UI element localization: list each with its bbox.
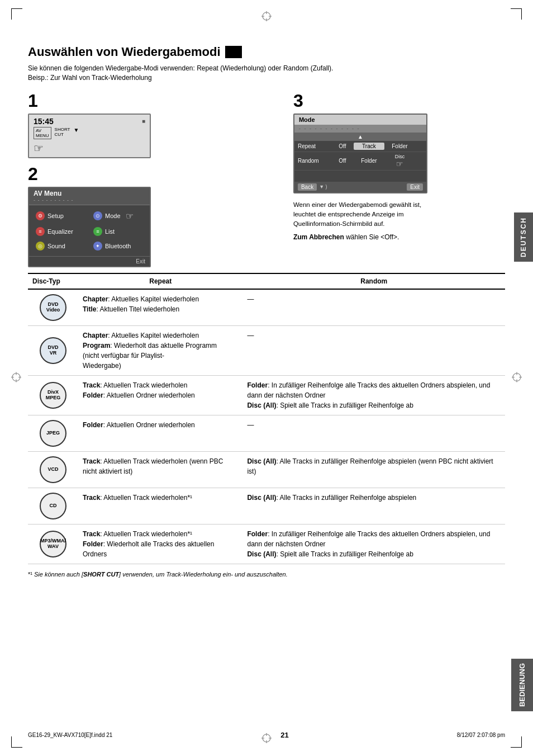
step3-repeat-row: Repeat Off Track Folder [294,141,426,152]
subtitle: Sie können die folgenden Wiedergabe-Modi… [28,64,505,83]
random-cell: Folder: In zufälliger Reihenfolge alle T… [242,375,505,415]
step3-container: 3 Mode - - - - - - - - - - - - ▲ Repeat … [293,91,505,193]
repeat-cell: Chapter: Aktuelles Kapitel wiederholenTi… [78,289,242,326]
random-off: Off [331,158,354,164]
bluetooth-icon: ✦ [93,242,102,251]
sound-label: Sound [47,243,65,249]
step3-screen: Mode - - - - - - - - - - - - ▲ Repeat Of… [293,114,427,193]
page-container: Auswählen von Wiedergabemodi Sie können … [0,0,533,756]
step2-exit-label: Exit [136,258,145,264]
page-number: 21 [280,731,288,739]
table-row: VCDTrack: Aktuellen Track wiederholen (w… [28,451,505,488]
step1-short-cut: SHORTCUT [55,127,70,139]
corner-mark-bl [11,736,22,748]
zum-abbrechen-suffix: wählen Sie <Off>. [346,233,399,241]
steps-left: 1 15:45 ■ AVMENU SHORTCUT ▼ ☞ [28,91,282,267]
table-header-row: Disc-Typ Repeat Random [28,273,505,289]
av-menu-sound[interactable]: ◎ Sound [32,239,89,253]
subtitle-line2: Beisp.: Zur Wahl von Track-Wiederholung [28,74,152,82]
av-menu-mode[interactable]: ⊙ Mode ☞ [90,209,146,224]
sound-icon: ◎ [36,242,45,251]
disc-cell: DivXMPEG [28,375,78,415]
step1-screen: 15:45 ■ AVMENU SHORTCUT ▼ ☞ [28,114,151,158]
av-menu-equalizer[interactable]: ≡ Equalizer [32,225,89,238]
page-title: Auswählen von Wiedergabemodi [28,45,221,59]
list-icon: ≡ [93,227,102,236]
list-label: List [105,228,115,235]
main-table: Disc-Typ Repeat Random DVDVideoChapter: … [28,273,505,564]
step3-dashes: - - - - - - - - - - - - [294,125,426,133]
back-button[interactable]: Back [298,183,317,191]
disc-cell: JPEG [28,415,78,451]
mode-icon: ⊙ [93,211,102,220]
step1-time: 15:45 [34,117,54,126]
repeat-cell: Track: Aktuellen Track wiederholen (wenn… [78,451,242,488]
col3-header: Random [242,273,505,289]
random-cell: — [242,415,505,451]
footer-left: GE16-29_KW-AVX710[E]f.indd 21 [28,732,112,738]
step1-container: 1 15:45 ■ AVMENU SHORTCUT ▼ ☞ [28,91,282,158]
hand-cursor-mode: ☞ [126,211,134,221]
table-row: JPEGFolder: Aktuellen Ordner wiederholen… [28,415,505,451]
step1-stop-icon: ■ [142,118,145,124]
corner-mark-tr [511,8,522,20]
exit-button[interactable]: Exit [407,183,423,191]
av-menu-setup[interactable]: ⚙ Setup [32,209,89,224]
repeat-cell: Chapter: Aktuelles Kapitel wiederholenPr… [78,325,242,375]
table-row: DVDVideoChapter: Aktuelles Kapitel wiede… [28,289,505,326]
step2-title-text: AV Menu [34,190,145,197]
corner-mark-br [511,736,522,748]
random-disc: Disc☞ [384,154,415,168]
step1-number: 1 [28,91,282,111]
step3-title: Mode [294,115,426,125]
repeat-cell: Track: Aktuellen Track wiederholen*¹Fold… [78,524,242,564]
table-row: DVDVRChapter: Aktuelles Kapitel wiederho… [28,325,505,375]
subtitle-line1: Sie können die folgenden Wiedergabe-Modi… [28,64,333,72]
av-menu-bluetooth[interactable]: ✦ Bluetooth [90,239,146,253]
random-folder: Folder [354,158,384,164]
step1-header: 15:45 ■ [34,117,145,126]
step1-av-label: AVMENU [34,127,51,139]
random-cell: Folder: In zufälliger Reihenfolge alle T… [242,524,505,564]
zum-abbrechen-text: Zum Abbrechen [293,233,344,241]
deutsch-label: DEUTSCH [520,217,527,257]
repeat-off: Off [331,143,354,149]
description-text: Wenn einer der Wiedergabemodi gewählt is… [293,201,421,228]
random-cell: — [242,325,505,375]
footer-right: 8/12/07 2:07:08 pm [457,732,505,738]
step2-number: 2 [28,164,282,185]
footnote-text: Sie können auch [SHORT CUT] verwenden, u… [34,571,288,578]
random-cell: — [242,289,505,326]
equalizer-icon: ≡ [36,227,45,236]
crosshair-bottom [260,732,273,746]
random-cell: Disc (All): Alle Tracks in zufälliger Re… [242,488,505,524]
zum-abbrechen-block: Zum Abbrechen wählen Sie <Off>. [293,233,505,241]
repeat-cell: Folder: Aktuellen Ordner wiederholen [78,415,242,451]
crosshair-top [260,10,273,24]
disc-cell: DVDVideo [28,289,78,326]
disc-cell: VCD [28,451,78,488]
crosshair-right [511,371,523,385]
back-arrow: ▼ ) [319,184,327,190]
step2-title: AV Menu - - - - - - - - - - [29,188,150,205]
repeat-cell: Track: Aktuellen Track wiederholen*¹ [78,488,242,524]
step2-exit[interactable]: Exit [29,256,150,266]
table-row: DivXMPEGTrack: Aktuellen Track wiederhol… [28,375,505,415]
step3-number: 3 [293,91,505,111]
steps-row: 1 15:45 ■ AVMENU SHORTCUT ▼ ☞ [28,91,505,267]
step1-cursor: ☞ [34,141,145,155]
disc-cell: CD [28,488,78,524]
disc-cell: DVDVR [28,325,78,375]
description-block: Wenn einer der Wiedergabemodi gewählt is… [293,200,427,229]
equalizer-label: Equalizer [47,228,73,235]
corner-mark-tl [11,8,22,20]
footnote-star: *¹ [28,571,34,578]
deutsch-tab: DEUTSCH [514,212,533,262]
table-row: MP3/WMA/WAVTrack: Aktuellen Track wieder… [28,524,505,564]
bedienung-tab: BEDIENUNG [511,659,533,711]
setup-icon: ⚙ [36,211,45,220]
step3-back-row: Back ▼ ) Exit [294,182,426,192]
step3-back-group: Back ▼ ) [298,183,327,191]
title-decoration [225,46,242,58]
av-menu-list[interactable]: ≡ List [90,225,146,238]
